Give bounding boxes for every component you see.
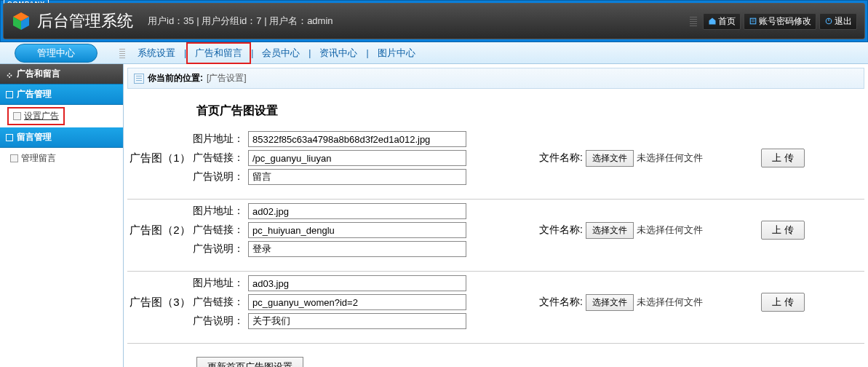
dots-icon: ⁘ [6, 71, 13, 78]
upload-button[interactable]: 上 传 [761, 149, 805, 167]
field-label: 广告说明： [193, 315, 244, 328]
choose-file-button[interactable]: 选择文件 [586, 222, 634, 239]
field-line: 广告说明： [193, 169, 466, 185]
page-icon [10, 154, 18, 162]
page-icon [13, 112, 21, 120]
field-line: 图片地址： [193, 275, 466, 291]
field-label: 图片地址： [193, 205, 244, 218]
breadcrumb: 你当前的位置: [广告设置] [127, 68, 864, 89]
ad-link-input[interactable] [248, 150, 466, 166]
no-file-text: 未选择任何文件 [637, 224, 703, 237]
field-label: 广告链接： [193, 151, 244, 165]
header-bar: 后台管理系统 用户id：35 | 用户分组id：7 | 用户名：admin 首页… [3, 3, 865, 39]
no-file-text: 未选择任何文件 [637, 151, 703, 165]
field-line: 广告链接： [193, 222, 466, 238]
sidebar-item-label: 管理留言 [21, 152, 56, 165]
file-column: 文件名称:选择文件未选择任何文件 [539, 222, 703, 239]
field-stack: 图片地址：广告链接：广告说明： [193, 203, 466, 257]
home-button[interactable]: 首页 [703, 13, 741, 30]
field-line: 广告链接： [193, 294, 466, 310]
grip-icon [119, 48, 125, 58]
field-line: 图片地址： [193, 131, 466, 147]
field-label: 广告链接： [193, 296, 244, 309]
image-address-input[interactable] [248, 203, 466, 219]
file-label: 文件名称: [539, 296, 583, 309]
ad-link-input[interactable] [248, 294, 466, 310]
file-column: 文件名称:选择文件未选择任何文件 [539, 150, 703, 167]
no-file-text: 未选择任何文件 [637, 296, 703, 309]
logout-button[interactable]: 退出 [819, 13, 857, 30]
breadcrumb-icon [134, 74, 144, 84]
nav-link[interactable]: 系统设置 [129, 47, 184, 60]
sidebar: ⁘ 广告和留言 广告管理 设置广告 留言管理 管理留言 [0, 64, 124, 367]
nav-link[interactable]: 图片中心 [369, 47, 424, 60]
sidebar-section-header: ⁘ 广告和留言 [0, 64, 123, 84]
nav-link[interactable]: 会员中心 [253, 47, 308, 60]
user-info: 用户id：35 | 用户分组id：7 | 用户名：admin [148, 15, 333, 28]
sidebar-group-header[interactable]: 留言管理 [0, 127, 123, 148]
nav-center-button[interactable]: 管理中心 [15, 44, 97, 63]
ad-group-row: 广告图（2）图片地址：广告链接：广告说明：文件名称:选择文件未选择任何文件上 传 [127, 200, 864, 271]
image-address-input[interactable] [248, 275, 466, 291]
sidebar-item-label: 设置广告 [24, 110, 59, 122]
upload-column: 上 传 [761, 293, 805, 312]
square-icon [6, 134, 13, 141]
sidebar-item[interactable]: 设置广告 [7, 107, 65, 125]
nav-link[interactable]: 广告和留言 [186, 42, 251, 64]
field-label: 图片地址： [193, 277, 244, 290]
choose-file-button[interactable]: 选择文件 [586, 150, 634, 167]
file-column: 文件名称:选择文件未选择任何文件 [539, 294, 703, 311]
window-chrome: COMPANY 后台管理系统 用户id：35 | 用户分组id：7 | 用户名：… [0, 0, 868, 42]
ad-group-label: 广告图（3） [127, 296, 193, 309]
nav-link[interactable]: 资讯中心 [311, 47, 366, 60]
field-line: 广告说明： [193, 313, 466, 329]
upload-column: 上 传 [761, 149, 805, 167]
sidebar-group-header[interactable]: 广告管理 [0, 84, 123, 105]
upload-button[interactable]: 上 传 [761, 293, 805, 312]
upload-button[interactable]: 上 传 [761, 221, 805, 240]
field-label: 广告链接： [193, 224, 244, 237]
form-title: 首页广告图设置 [127, 100, 864, 127]
ad-group-row: 广告图（1）图片地址：广告链接：广告说明：文件名称:选择文件未选择任何文件上 传 [127, 127, 864, 199]
ad-link-input[interactable] [248, 222, 466, 238]
field-label: 图片地址： [193, 133, 244, 146]
field-line: 广告说明： [193, 241, 466, 257]
password-button[interactable]: 账号密码修改 [744, 13, 816, 30]
image-address-input[interactable] [248, 131, 466, 147]
ad-desc-input[interactable] [248, 169, 466, 185]
form-area: 首页广告图设置 广告图（1）图片地址：广告链接：广告说明：文件名称:选择文件未选… [124, 92, 868, 367]
field-line: 图片地址： [193, 203, 466, 219]
field-line: 广告链接： [193, 150, 466, 166]
grip-icon [690, 16, 697, 26]
file-label: 文件名称: [539, 224, 583, 237]
breadcrumb-path: [广告设置] [207, 72, 247, 84]
submit-button[interactable]: 更新首页广告图设置 [196, 357, 303, 367]
ad-group-row: 广告图（3）图片地址：广告链接：广告说明：文件名称:选择文件未选择任何文件上 传 [127, 272, 864, 343]
upload-column: 上 传 [761, 221, 805, 240]
ad-group-label: 广告图（1） [127, 151, 193, 165]
field-label: 广告说明： [193, 170, 244, 184]
nav-items: 系统设置|广告和留言|会员中心|资讯中心|图片中心 [129, 42, 424, 64]
top-nav: 管理中心 系统设置|广告和留言|会员中心|资讯中心|图片中心 [0, 42, 868, 64]
ad-desc-input[interactable] [248, 313, 466, 329]
field-label: 广告说明： [193, 242, 244, 256]
main-content: 你当前的位置: [广告设置] 首页广告图设置 广告图（1）图片地址：广告链接：广… [124, 64, 868, 367]
field-stack: 图片地址：广告链接：广告说明： [193, 275, 466, 329]
svg-rect-3 [750, 18, 756, 24]
system-title: 后台管理系统 [37, 10, 133, 32]
logo-cube-icon [11, 11, 31, 31]
file-label: 文件名称: [539, 151, 583, 165]
ad-desc-input[interactable] [248, 241, 466, 257]
field-stack: 图片地址：广告链接：广告说明： [193, 131, 466, 185]
square-icon [6, 91, 13, 98]
choose-file-button[interactable]: 选择文件 [586, 294, 634, 311]
breadcrumb-label: 你当前的位置: [148, 72, 203, 84]
sidebar-item[interactable]: 管理留言 [0, 148, 123, 169]
ad-group-label: 广告图（2） [127, 224, 193, 237]
